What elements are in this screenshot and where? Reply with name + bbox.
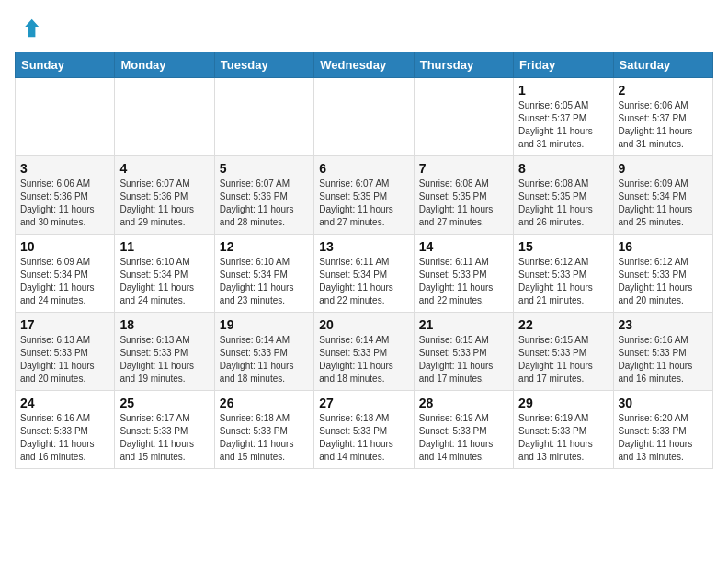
day-info: Sunrise: 6:07 AM Sunset: 5:36 PM Dayligh… bbox=[119, 178, 209, 229]
day-number: 10 bbox=[20, 239, 109, 254]
day-number: 6 bbox=[319, 161, 408, 176]
day-info: Sunrise: 6:07 AM Sunset: 5:36 PM Dayligh… bbox=[220, 178, 309, 229]
calendar-table: SundayMondayTuesdayWednesdayThursdayFrid… bbox=[15, 52, 713, 469]
day-number: 29 bbox=[518, 396, 608, 410]
day-info: Sunrise: 6:08 AM Sunset: 5:35 PM Dayligh… bbox=[419, 178, 508, 229]
day-info: Sunrise: 6:15 AM Sunset: 5:33 PM Dayligh… bbox=[518, 334, 608, 385]
calendar-cell: 7Sunrise: 6:08 AM Sunset: 5:35 PM Daylig… bbox=[414, 156, 513, 235]
day-number: 20 bbox=[319, 317, 408, 332]
day-number: 15 bbox=[518, 239, 608, 254]
weekday-header-thursday: Thursday bbox=[414, 52, 513, 78]
calendar-cell: 2Sunrise: 6:06 AM Sunset: 5:37 PM Daylig… bbox=[613, 78, 712, 156]
calendar-cell: 8Sunrise: 6:08 AM Sunset: 5:35 PM Daylig… bbox=[514, 156, 613, 235]
day-info: Sunrise: 6:14 AM Sunset: 5:33 PM Dayligh… bbox=[319, 334, 408, 385]
calendar-cell: 22Sunrise: 6:15 AM Sunset: 5:33 PM Dayli… bbox=[514, 313, 613, 391]
day-number: 30 bbox=[619, 396, 708, 410]
weekday-header-wednesday: Wednesday bbox=[314, 52, 414, 78]
day-info: Sunrise: 6:09 AM Sunset: 5:34 PM Dayligh… bbox=[619, 178, 708, 229]
logo-icon bbox=[15, 15, 40, 40]
day-info: Sunrise: 6:12 AM Sunset: 5:33 PM Dayligh… bbox=[518, 256, 608, 307]
calendar-cell: 20Sunrise: 6:14 AM Sunset: 5:33 PM Dayli… bbox=[314, 313, 414, 391]
day-number: 19 bbox=[220, 317, 309, 332]
day-info: Sunrise: 6:10 AM Sunset: 5:34 PM Dayligh… bbox=[220, 256, 309, 307]
day-number: 1 bbox=[518, 83, 608, 98]
day-number: 14 bbox=[419, 239, 508, 254]
day-info: Sunrise: 6:14 AM Sunset: 5:33 PM Dayligh… bbox=[220, 334, 309, 385]
day-info: Sunrise: 6:13 AM Sunset: 5:33 PM Dayligh… bbox=[119, 334, 209, 385]
calendar-cell bbox=[214, 78, 313, 156]
day-number: 26 bbox=[220, 396, 309, 410]
calendar-cell: 16Sunrise: 6:12 AM Sunset: 5:33 PM Dayli… bbox=[613, 235, 712, 313]
weekday-header-saturday: Saturday bbox=[613, 52, 712, 78]
calendar-cell: 1Sunrise: 6:05 AM Sunset: 5:37 PM Daylig… bbox=[514, 78, 613, 156]
calendar-cell: 13Sunrise: 6:11 AM Sunset: 5:34 PM Dayli… bbox=[314, 235, 414, 313]
day-info: Sunrise: 6:16 AM Sunset: 5:33 PM Dayligh… bbox=[20, 412, 109, 464]
calendar-week-5: 24Sunrise: 6:16 AM Sunset: 5:33 PM Dayli… bbox=[16, 391, 713, 469]
calendar-cell: 27Sunrise: 6:18 AM Sunset: 5:33 PM Dayli… bbox=[314, 391, 414, 469]
calendar-cell bbox=[314, 78, 414, 156]
day-number: 8 bbox=[518, 161, 608, 176]
day-info: Sunrise: 6:19 AM Sunset: 5:33 PM Dayligh… bbox=[518, 412, 608, 464]
calendar-cell: 14Sunrise: 6:11 AM Sunset: 5:33 PM Dayli… bbox=[414, 235, 513, 313]
calendar-week-3: 10Sunrise: 6:09 AM Sunset: 5:34 PM Dayli… bbox=[16, 235, 713, 313]
calendar-cell: 6Sunrise: 6:07 AM Sunset: 5:35 PM Daylig… bbox=[314, 156, 414, 235]
calendar-cell: 18Sunrise: 6:13 AM Sunset: 5:33 PM Dayli… bbox=[115, 313, 214, 391]
weekday-header-monday: Monday bbox=[115, 52, 214, 78]
calendar-header: SundayMondayTuesdayWednesdayThursdayFrid… bbox=[16, 52, 713, 78]
day-info: Sunrise: 6:18 AM Sunset: 5:33 PM Dayligh… bbox=[220, 412, 309, 464]
day-number: 2 bbox=[619, 83, 708, 98]
calendar-week-2: 3Sunrise: 6:06 AM Sunset: 5:36 PM Daylig… bbox=[16, 156, 713, 235]
calendar-cell: 4Sunrise: 6:07 AM Sunset: 5:36 PM Daylig… bbox=[115, 156, 214, 235]
day-number: 5 bbox=[220, 161, 309, 176]
calendar-cell: 23Sunrise: 6:16 AM Sunset: 5:33 PM Dayli… bbox=[613, 313, 712, 391]
weekday-header-row: SundayMondayTuesdayWednesdayThursdayFrid… bbox=[16, 52, 713, 78]
weekday-header-tuesday: Tuesday bbox=[214, 52, 313, 78]
logo bbox=[15, 15, 44, 40]
day-info: Sunrise: 6:16 AM Sunset: 5:33 PM Dayligh… bbox=[619, 334, 708, 385]
calendar-cell: 25Sunrise: 6:17 AM Sunset: 5:33 PM Dayli… bbox=[115, 391, 214, 469]
day-number: 16 bbox=[619, 239, 708, 254]
day-number: 22 bbox=[518, 317, 608, 332]
day-number: 3 bbox=[20, 161, 109, 176]
calendar-cell: 21Sunrise: 6:15 AM Sunset: 5:33 PM Dayli… bbox=[414, 313, 513, 391]
day-info: Sunrise: 6:12 AM Sunset: 5:33 PM Dayligh… bbox=[619, 256, 708, 307]
day-info: Sunrise: 6:07 AM Sunset: 5:35 PM Dayligh… bbox=[319, 178, 408, 229]
calendar-cell: 11Sunrise: 6:10 AM Sunset: 5:34 PM Dayli… bbox=[115, 235, 214, 313]
calendar-cell: 5Sunrise: 6:07 AM Sunset: 5:36 PM Daylig… bbox=[214, 156, 313, 235]
day-number: 11 bbox=[119, 239, 209, 254]
day-info: Sunrise: 6:20 AM Sunset: 5:33 PM Dayligh… bbox=[619, 412, 708, 464]
calendar-cell: 26Sunrise: 6:18 AM Sunset: 5:33 PM Dayli… bbox=[214, 391, 313, 469]
day-number: 9 bbox=[619, 161, 708, 176]
day-info: Sunrise: 6:13 AM Sunset: 5:33 PM Dayligh… bbox=[20, 334, 109, 385]
calendar-cell: 12Sunrise: 6:10 AM Sunset: 5:34 PM Dayli… bbox=[214, 235, 313, 313]
day-number: 24 bbox=[20, 396, 109, 410]
day-info: Sunrise: 6:09 AM Sunset: 5:34 PM Dayligh… bbox=[20, 256, 109, 307]
day-info: Sunrise: 6:11 AM Sunset: 5:34 PM Dayligh… bbox=[319, 256, 408, 307]
day-number: 17 bbox=[20, 317, 109, 332]
day-info: Sunrise: 6:10 AM Sunset: 5:34 PM Dayligh… bbox=[119, 256, 209, 307]
calendar-cell: 17Sunrise: 6:13 AM Sunset: 5:33 PM Dayli… bbox=[16, 313, 115, 391]
weekday-header-friday: Friday bbox=[514, 52, 613, 78]
day-info: Sunrise: 6:18 AM Sunset: 5:33 PM Dayligh… bbox=[319, 412, 408, 464]
calendar-cell bbox=[115, 78, 214, 156]
day-number: 23 bbox=[619, 317, 708, 332]
svg-rect-0 bbox=[15, 15, 40, 40]
calendar-body: 1Sunrise: 6:05 AM Sunset: 5:37 PM Daylig… bbox=[16, 78, 713, 469]
calendar-cell: 3Sunrise: 6:06 AM Sunset: 5:36 PM Daylig… bbox=[16, 156, 115, 235]
day-info: Sunrise: 6:11 AM Sunset: 5:33 PM Dayligh… bbox=[419, 256, 508, 307]
calendar-cell: 10Sunrise: 6:09 AM Sunset: 5:34 PM Dayli… bbox=[16, 235, 115, 313]
day-info: Sunrise: 6:17 AM Sunset: 5:33 PM Dayligh… bbox=[119, 412, 209, 464]
calendar-cell bbox=[414, 78, 513, 156]
calendar-cell: 9Sunrise: 6:09 AM Sunset: 5:34 PM Daylig… bbox=[613, 156, 712, 235]
calendar-cell: 15Sunrise: 6:12 AM Sunset: 5:33 PM Dayli… bbox=[514, 235, 613, 313]
day-info: Sunrise: 6:05 AM Sunset: 5:37 PM Dayligh… bbox=[518, 99, 608, 151]
page-header bbox=[15, 15, 713, 40]
day-number: 13 bbox=[319, 239, 408, 254]
day-info: Sunrise: 6:08 AM Sunset: 5:35 PM Dayligh… bbox=[518, 178, 608, 229]
calendar-cell: 28Sunrise: 6:19 AM Sunset: 5:33 PM Dayli… bbox=[414, 391, 513, 469]
day-number: 18 bbox=[119, 317, 209, 332]
day-number: 7 bbox=[419, 161, 508, 176]
calendar-week-1: 1Sunrise: 6:05 AM Sunset: 5:37 PM Daylig… bbox=[16, 78, 713, 156]
day-number: 12 bbox=[220, 239, 309, 254]
calendar-cell: 24Sunrise: 6:16 AM Sunset: 5:33 PM Dayli… bbox=[16, 391, 115, 469]
